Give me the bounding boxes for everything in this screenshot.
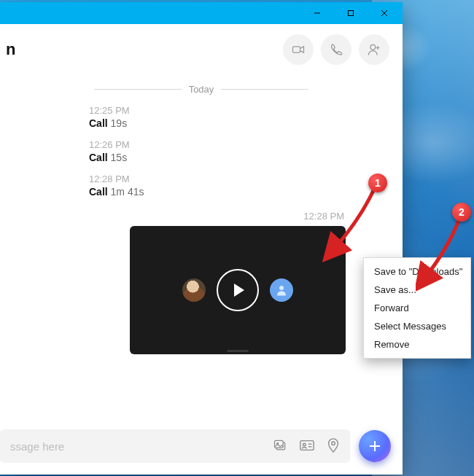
close-button[interactable]: [368, 2, 401, 24]
call-entry[interactable]: 12:28 PM Call 1m 41s: [89, 173, 403, 198]
contact-card-icon[interactable]: [299, 438, 315, 455]
participant-avatar: [182, 278, 206, 302]
add-contact-button[interactable]: [359, 34, 389, 65]
call-entry[interactable]: 12:26 PM Call 15s: [89, 139, 403, 163]
call-time: 12:26 PM: [89, 139, 403, 150]
ctx-save-downloads[interactable]: Save to "Downloads": [364, 262, 470, 281]
contact-name: n: [6, 40, 15, 59]
call-summary: Call 1m 41s: [89, 186, 403, 198]
annotation-badge-1: 1: [368, 173, 387, 192]
svg-point-8: [279, 286, 284, 290]
call-summary: Call 19s: [89, 117, 403, 129]
svg-rect-4: [293, 46, 300, 52]
svg-rect-10: [275, 440, 284, 448]
ctx-select-messages[interactable]: Select Messages: [364, 317, 470, 335]
svg-rect-1: [349, 11, 354, 16]
composer-tools: [273, 438, 340, 455]
svg-point-16: [332, 442, 335, 445]
gallery-icon[interactable]: [273, 438, 287, 455]
location-icon[interactable]: [327, 438, 340, 455]
video-message[interactable]: [130, 226, 346, 354]
svg-point-5: [370, 44, 376, 50]
context-menu: Save to "Downloads" Save as... Forward S…: [363, 257, 471, 359]
participant-avatar: [270, 278, 293, 302]
message-placeholder: ssage here: [10, 440, 273, 453]
date-label: Today: [189, 84, 214, 95]
call-summary: Call 15s: [89, 152, 403, 163]
annotation-badge-2: 2: [452, 203, 471, 222]
message-input[interactable]: ssage here: [0, 429, 350, 463]
call-time: 12:25 PM: [89, 105, 403, 116]
header-actions: [283, 34, 389, 65]
add-button[interactable]: [359, 430, 391, 462]
app-window: n Today 12:25 PM: [0, 2, 403, 475]
chat-header: n: [0, 24, 403, 75]
ctx-remove[interactable]: Remove: [364, 335, 470, 354]
maximize-button[interactable]: [334, 2, 368, 24]
minimize-button[interactable]: [300, 2, 334, 24]
video-call-button[interactable]: [283, 34, 314, 65]
date-separator: Today: [0, 84, 403, 95]
call-log: 12:25 PM Call 19s 12:26 PM Call 15s 12:2…: [0, 105, 403, 198]
drag-handle-icon: [227, 350, 249, 352]
composer: ssage here: [0, 429, 403, 463]
titlebar: [0, 2, 403, 24]
svg-point-13: [303, 443, 306, 446]
audio-call-button[interactable]: [321, 34, 351, 65]
message-time: 12:28 PM: [0, 211, 403, 222]
play-icon[interactable]: [217, 269, 259, 311]
call-time: 12:28 PM: [89, 173, 403, 184]
ctx-save-as[interactable]: Save as...: [364, 281, 470, 299]
call-entry[interactable]: 12:25 PM Call 19s: [89, 105, 403, 129]
separator-line: [94, 89, 182, 90]
ctx-forward[interactable]: Forward: [364, 299, 470, 317]
chat-body: Today 12:25 PM Call 19s 12:26 PM Call 15…: [0, 75, 403, 475]
separator-line: [221, 89, 308, 90]
